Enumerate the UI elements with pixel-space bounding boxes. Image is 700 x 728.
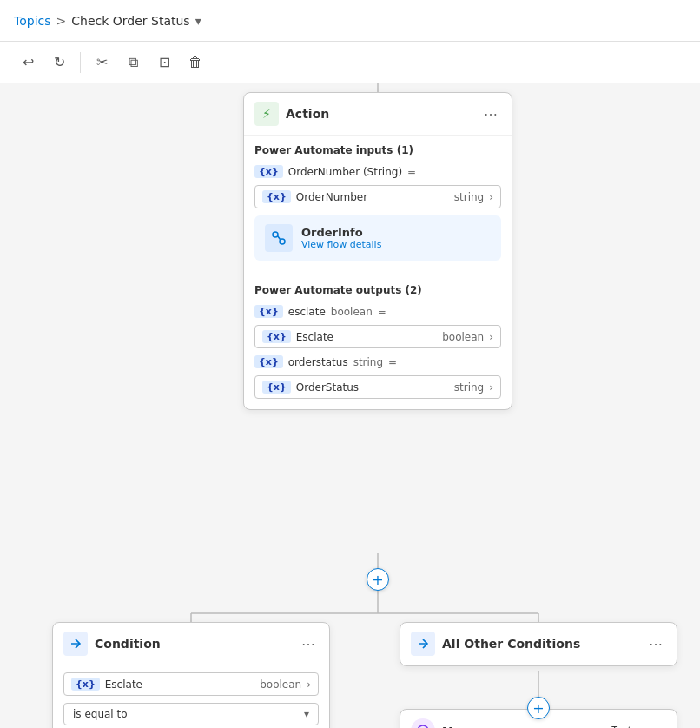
output-param1-name: esclate [288, 306, 326, 318]
condition-operator-row[interactable]: is equal to ▾ [63, 703, 319, 725]
output-param2-name: orderstatus [288, 356, 348, 368]
message-icon: 😊 [411, 718, 435, 728]
output-field1-badge: {x} [262, 330, 291, 343]
svg-line-11 [278, 236, 281, 240]
output-field1-type: boolean [442, 331, 484, 343]
current-page-title: Check Order Status [71, 14, 189, 28]
paste-button[interactable]: ⊡ [150, 49, 178, 76]
condition-field-chevron: › [307, 678, 311, 691]
output-param2-row: {x} orderstatus string = [244, 352, 512, 372]
output-param1-eq: = [378, 306, 386, 318]
output-field2-type: string [454, 381, 484, 394]
condition-node: Condition ⋯ {x} Esclate boolean › is equ… [52, 622, 330, 728]
message-type-button[interactable]: Text ▾ [611, 725, 638, 728]
other-node-title: All Other Conditions [442, 637, 638, 651]
toolbar-divider [80, 52, 81, 73]
output-param1-badge: {x} [254, 305, 283, 318]
canvas: ⚡ Action ⋯ Power Automate inputs (1) {x}… [0, 83, 700, 728]
other-conditions-node: All Other Conditions ⋯ [400, 622, 677, 666]
inputs-section-title: Power Automate inputs (1) [244, 136, 512, 162]
condition-field-row[interactable]: {x} Esclate boolean › [63, 672, 319, 696]
condition-icon [63, 632, 88, 656]
condition-node-header: Condition ⋯ [53, 623, 329, 665]
output-field1-row[interactable]: {x} Esclate boolean › [254, 325, 501, 348]
condition-node-menu[interactable]: ⋯ [298, 633, 319, 654]
output-param2-type: string [353, 356, 383, 368]
output-field1-name: Esclate [296, 331, 437, 343]
action-icon: ⚡ [254, 102, 279, 126]
output-field1-chevron: › [489, 331, 493, 343]
input-param-row: {x} OrderNumber (String) = [244, 162, 512, 182]
output-field2-badge: {x} [262, 381, 291, 394]
input-field-name: OrderNumber [296, 191, 449, 203]
other-node-icon [411, 632, 435, 656]
svg-point-10 [280, 239, 285, 244]
message-node-header: 😊 Message Text ▾ ⋯ [411, 718, 666, 728]
cut-button[interactable]: ✂ [88, 49, 116, 76]
breadcrumb-separator: > [56, 14, 67, 28]
orderinfo-title: OrderInfo [301, 226, 381, 239]
breadcrumb: Topics > Check Order Status ▾ [14, 14, 201, 28]
message-type-chevron: ▾ [633, 725, 638, 728]
input-field-badge: {x} [262, 190, 291, 203]
output-param1-row: {x} esclate boolean = [244, 301, 512, 321]
input-field-row[interactable]: {x} OrderNumber string › [254, 185, 501, 208]
add-after-action-button[interactable]: + [367, 568, 389, 591]
condition-operator-chevron: ▾ [304, 708, 309, 720]
redo-button[interactable]: ↻ [45, 49, 73, 76]
output-param2-badge: {x} [254, 355, 283, 368]
orderinfo-text: OrderInfo View flow details [301, 226, 381, 250]
delete-button[interactable]: 🗑 [182, 49, 209, 76]
breadcrumb-chevron[interactable]: ▾ [195, 14, 201, 28]
view-flow-details-link[interactable]: View flow details [301, 239, 381, 250]
condition-field-name: Esclate [105, 678, 254, 691]
other-node-header: All Other Conditions ⋯ [400, 623, 677, 665]
output-param2-eq: = [388, 356, 397, 368]
condition-field-type: boolean [260, 678, 301, 691]
input-param-badge: {x} [254, 165, 283, 178]
output-field2-name: OrderStatus [296, 381, 449, 394]
input-param-eq: = [407, 166, 416, 178]
add-in-other-conditions-button[interactable]: + [527, 697, 550, 719]
orderinfo-card: OrderInfo View flow details [254, 215, 501, 261]
section-divider [244, 268, 512, 268]
topbar: Topics > Check Order Status ▾ [0, 0, 700, 42]
outputs-section-title: Power Automate outputs (2) [244, 275, 512, 301]
action-node-menu[interactable]: ⋯ [480, 103, 501, 124]
message-type-label: Text [611, 725, 631, 728]
undo-button[interactable]: ↩ [14, 49, 42, 76]
action-node-title: Action [286, 107, 473, 121]
condition-field-badge: {x} [71, 678, 100, 691]
message-node-title: Message [442, 725, 604, 729]
input-field-chevron: › [489, 191, 493, 203]
copy-button[interactable]: ⧉ [119, 49, 147, 76]
condition-operator-text: is equal to [73, 708, 128, 720]
output-field2-row[interactable]: {x} OrderStatus string › [254, 375, 501, 399]
message-node-menu[interactable]: ⋯ [645, 720, 666, 728]
input-param-name: OrderNumber (String) [288, 166, 402, 178]
orderinfo-icon [265, 224, 293, 252]
condition-node-title: Condition [95, 637, 291, 651]
topics-link[interactable]: Topics [14, 14, 51, 28]
output-field2-chevron: › [489, 381, 493, 394]
other-node-menu[interactable]: ⋯ [645, 633, 666, 654]
toolbar: ↩ ↻ ✂ ⧉ ⊡ 🗑 [0, 42, 700, 83]
action-node: ⚡ Action ⋯ Power Automate inputs (1) {x}… [243, 92, 512, 410]
input-field-type: string [454, 191, 484, 203]
action-node-header: ⚡ Action ⋯ [244, 93, 512, 136]
output-param1-type: boolean [331, 306, 373, 318]
